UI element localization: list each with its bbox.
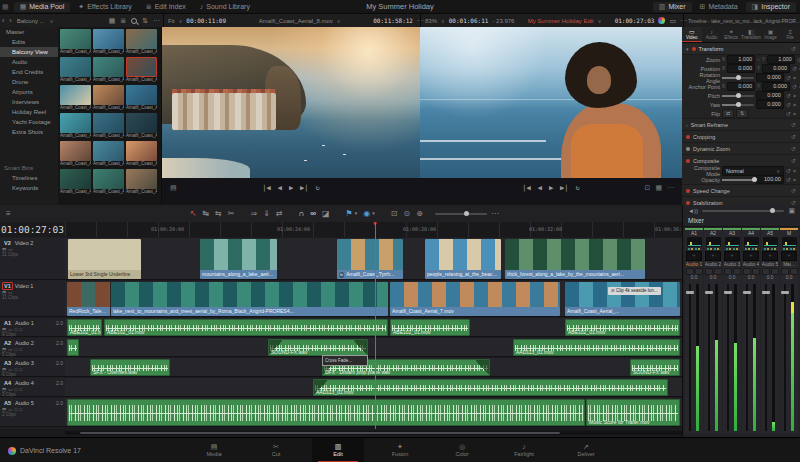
page-button-color[interactable]: ◎Color <box>436 438 488 462</box>
media-clip[interactable]: Amalfi_Coast_A... <box>93 85 124 111</box>
bin-item-drone[interactable]: Drone <box>0 77 58 87</box>
flag-icon[interactable]: ⚑ <box>346 205 353 222</box>
value-field[interactable]: 100.00 <box>756 175 784 184</box>
mute-button[interactable] <box>743 268 751 275</box>
edit-index-button[interactable]: ≣Edit Index <box>140 2 192 12</box>
track-lane-v2[interactable]: Lower 3rd Single Underlinemountains_alon… <box>65 238 682 280</box>
play-icon[interactable]: ▶ <box>289 184 293 192</box>
strip-eq-display[interactable] <box>687 237 702 247</box>
more-icon[interactable]: ⋯ <box>153 17 160 25</box>
overwrite-clip-icon[interactable]: ⇓ <box>263 205 270 222</box>
list-view-icon[interactable]: ≣ <box>120 17 126 25</box>
media-clip[interactable]: Amalfi_Coast_A... <box>126 57 157 83</box>
section-speed-change[interactable]: Speed Change↺ <box>682 184 800 196</box>
position-lock-icon[interactable]: ◪ <box>322 205 330 222</box>
strip-eq-display[interactable] <box>763 237 778 247</box>
track-enable-icon[interactable]: ▭ <box>8 290 12 295</box>
strip-pan-box[interactable]: + <box>743 251 759 261</box>
tab-video[interactable]: ▭Video <box>682 27 702 42</box>
reset-icon[interactable]: ↺ <box>791 45 796 52</box>
solo-button[interactable]: □ <box>15 407 18 412</box>
metadata-button[interactable]: ⊞Metadata <box>694 2 744 12</box>
mixer-button[interactable]: ▥Mixer <box>653 2 692 12</box>
mute-button[interactable]: □ <box>19 347 22 352</box>
strip-pan-box[interactable]: + <box>724 251 740 261</box>
mute-button[interactable] <box>781 268 789 275</box>
slider-handle[interactable] <box>736 93 741 98</box>
reset-icon[interactable]: ↺ <box>786 74 791 81</box>
custom-zoom-icon[interactable]: ⊡ <box>391 205 398 222</box>
track-header-v1[interactable]: V1Video 1⬒▭11 Clips <box>0 281 65 317</box>
strip-pan-box[interactable]: + <box>686 251 702 261</box>
slider[interactable] <box>722 104 754 106</box>
color-palette-icon[interactable] <box>658 17 665 24</box>
play-icon[interactable]: ▶ <box>549 184 553 192</box>
media-clip[interactable]: Amalfi_Coast_A... <box>93 169 124 195</box>
timeline-clip-video[interactable]: thick_forest_along_a_lake_by_the_mountai… <box>505 239 645 279</box>
track-lock-icon[interactable]: ⬒ <box>2 407 6 412</box>
insert-clip-icon[interactable]: ⇒ <box>250 205 257 222</box>
bin-item-holiday-reel[interactable]: Holiday Reel <box>0 107 58 117</box>
loop-icon[interactable]: ↻ <box>576 184 580 192</box>
track-id-badge[interactable]: A3 <box>2 359 13 367</box>
playhead-marker-icon[interactable]: ▼ <box>372 221 378 227</box>
mute-button[interactable]: □ <box>19 367 22 372</box>
go-first-icon[interactable]: |◀ <box>262 184 270 192</box>
mixer-strip-a1[interactable]: A1+Audio 10.0 <box>685 228 703 434</box>
page-button-fusion[interactable]: ✦Fusion <box>374 438 426 462</box>
solo-button[interactable] <box>771 268 779 275</box>
timeline-clip-audio[interactable]: SOUND-FX.wav <box>268 339 368 356</box>
value-field[interactable]: 0.000 <box>756 73 784 82</box>
timeline-clip-video[interactable]: fxAmalfi_Coast_Tyrrh... <box>337 239 403 279</box>
page-button-fairlight[interactable]: ♪Fairlight <box>498 438 550 462</box>
solo-button[interactable]: □ <box>15 347 18 352</box>
reset-icon[interactable]: ↺ <box>791 121 796 128</box>
keyframe-icon[interactable]: ◆ <box>793 75 796 80</box>
search-icon[interactable] <box>131 18 137 24</box>
thumbnail-view-icon[interactable]: ▦ <box>109 17 116 25</box>
strip-eq-display[interactable] <box>706 237 721 247</box>
link-icon[interactable]: ∞ <box>757 57 760 62</box>
track-header-a5[interactable]: A5Audio 52.0⬒▭□□2 Clips <box>0 398 65 427</box>
track-id-badge[interactable]: A2 <box>2 339 13 347</box>
timeline-select[interactable]: My Summer Holiday Edit <box>528 18 594 24</box>
media-clip[interactable]: Amalfi_Coast_A... <box>60 85 91 111</box>
timeline-clip-audio[interactable]: ABE102_01.mov <box>67 319 102 336</box>
keyframe-icon[interactable]: ◆ <box>793 177 796 182</box>
inspector-button[interactable]: ◨Inspector <box>746 2 796 12</box>
flip-horizontal-button[interactable]: ⇄ <box>722 109 734 118</box>
timeline-clip-video[interactable]: people_relaxing_at_the_beach_in_lon... <box>425 239 501 279</box>
track-header-a3[interactable]: A3Audio 32.0⬒▭□□6 Clips <box>0 358 65 377</box>
fader-handle[interactable] <box>781 291 789 294</box>
media-clip[interactable]: Amalfi_Coast_A... <box>60 29 91 55</box>
mute-button[interactable]: □ <box>19 327 22 332</box>
composite-toggle[interactable] <box>686 159 690 163</box>
section-smart-reframe[interactable]: ›Smart Reframe↺ <box>682 118 800 130</box>
tab-transition[interactable]: ◧Transition <box>741 27 761 42</box>
keyframe-icon[interactable]: ◆ <box>793 111 796 116</box>
reset-icon[interactable]: ↺ <box>786 176 791 183</box>
loop-icon[interactable]: ↻ <box>316 184 320 192</box>
bin-item-edits[interactable]: Edits <box>0 37 58 47</box>
tab-image[interactable]: ▣Image <box>761 27 781 42</box>
mute-button[interactable]: □ <box>19 387 22 392</box>
strip-eq-display[interactable] <box>725 237 740 247</box>
solo-button[interactable] <box>695 268 703 275</box>
cropping-toggle[interactable] <box>686 135 690 139</box>
page-button-deliver[interactable]: ↗Deliver <box>560 438 612 462</box>
track-lane-a3[interactable]: SFX - Overflies.wavDFX - Distant prop pl… <box>65 358 682 377</box>
mixer-strip-a5[interactable]: A5+Audio 50.0 <box>761 228 779 434</box>
bin-item-audio[interactable]: Audio <box>0 57 58 67</box>
media-pool-button[interactable]: ▦Media Pool <box>14 2 71 12</box>
media-clip[interactable]: Amalfi_Coast_A... <box>93 113 124 139</box>
reset-icon[interactable]: ↺ <box>791 157 796 164</box>
detail-zoom-icon[interactable]: ⊕ <box>416 205 423 222</box>
timeline-clip-audio[interactable]: AAD113_01.mov <box>313 379 668 396</box>
value-field[interactable]: 1.000 <box>767 55 795 64</box>
reset-icon[interactable]: ↺ <box>791 145 796 152</box>
track-enable-icon[interactable]: ▭ <box>8 347 12 352</box>
tab-audio[interactable]: ♪Audio <box>702 27 722 42</box>
mute-button[interactable] <box>705 268 713 275</box>
display-mode-icon[interactable]: ▭ <box>669 17 676 25</box>
keyframe-icon[interactable]: ◆ <box>793 102 796 107</box>
